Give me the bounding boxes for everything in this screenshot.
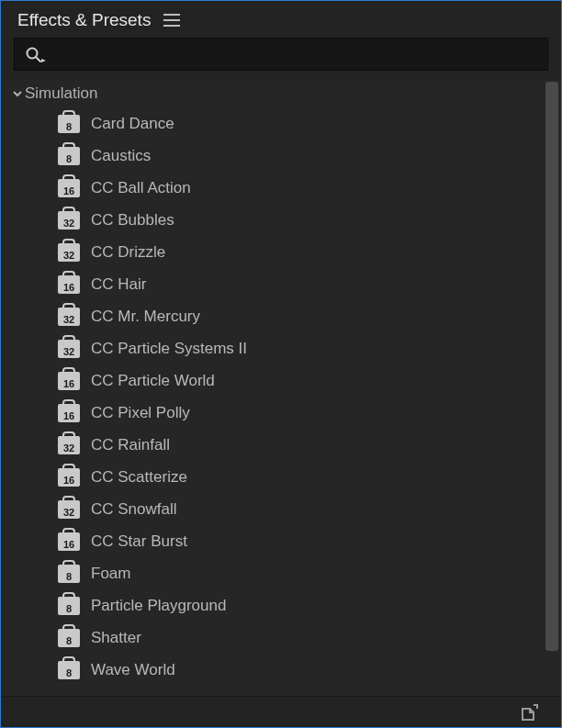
effect-bitdepth-value: 32 (63, 508, 74, 518)
effect-bitdepth-icon: 8 (58, 661, 80, 679)
effect-label: CC Rainfall (91, 436, 170, 454)
effect-bitdepth-value: 32 (63, 218, 74, 229)
effect-bitdepth-value: 32 (63, 347, 74, 357)
effect-bitdepth-icon: 16 (58, 404, 80, 422)
effect-bitdepth-icon: 16 (58, 179, 80, 197)
chevron-down-icon (10, 86, 25, 101)
effect-item[interactable]: 16CC Particle World (1, 364, 561, 397)
effect-label: Caustics (91, 147, 151, 165)
effect-item[interactable]: 16CC Pixel Polly (1, 397, 561, 429)
effect-bitdepth-icon: 16 (58, 275, 80, 294)
effect-bitdepth-value: 8 (66, 668, 72, 678)
effect-bitdepth-value: 8 (66, 122, 72, 132)
effect-bitdepth-value: 16 (63, 379, 74, 389)
effect-item[interactable]: 16CC Hair (1, 268, 561, 300)
effect-bitdepth-icon: 32 (58, 243, 80, 262)
effect-label: CC Scatterize (91, 468, 187, 487)
effects-presets-panel: Effects & Presets (0, 0, 562, 728)
panel-footer (1, 696, 561, 727)
effect-label: CC Drizzle (91, 243, 165, 262)
effect-label: CC Bubbles (91, 211, 174, 230)
effect-item[interactable]: 32CC Bubbles (1, 204, 561, 236)
effect-bitdepth-icon: 8 (58, 115, 80, 133)
effect-bitdepth-value: 16 (63, 476, 74, 486)
category-simulation[interactable]: Simulation (1, 80, 561, 107)
effect-item[interactable]: 8Caustics (1, 140, 561, 172)
effect-item[interactable]: 32CC Rainfall (1, 429, 561, 461)
search-container (1, 38, 561, 80)
category-label: Simulation (25, 84, 97, 103)
effect-bitdepth-value: 16 (63, 540, 74, 550)
effect-item[interactable]: 32CC Mr. Mercury (1, 300, 561, 332)
effect-bitdepth-icon: 32 (58, 500, 80, 519)
effect-label: CC Star Burst (91, 532, 187, 551)
effects-tree: Simulation 8Card Dance8Caustics16CC Ball… (1, 80, 561, 696)
effect-item[interactable]: 8Card Dance (1, 107, 561, 140)
effect-label: CC Pixel Polly (91, 404, 190, 422)
search-icon (24, 45, 46, 63)
effect-bitdepth-value: 8 (66, 572, 72, 582)
panel-menu-icon[interactable] (163, 14, 180, 27)
effect-item[interactable]: 8Shatter (1, 622, 561, 654)
tree-content: Simulation 8Card Dance8Caustics16CC Ball… (1, 80, 561, 696)
effect-bitdepth-value: 8 (66, 604, 72, 614)
scrollbar-vertical[interactable] (543, 80, 559, 696)
effect-label: CC Hair (91, 275, 146, 294)
effect-bitdepth-icon: 8 (58, 565, 80, 583)
effect-bitdepth-icon: 8 (58, 597, 80, 615)
effect-item[interactable]: 8Wave World (1, 654, 561, 686)
effect-bitdepth-icon: 8 (58, 629, 80, 647)
svg-marker-2 (41, 59, 46, 62)
scrollbar-thumb[interactable] (545, 82, 558, 651)
effect-item[interactable]: 8Particle Playground (1, 589, 561, 622)
effect-label: Foam (91, 565, 130, 583)
effect-bitdepth-icon: 32 (58, 340, 80, 358)
panel-title: Effects & Presets (17, 10, 151, 30)
search-input[interactable] (51, 47, 538, 62)
effect-bitdepth-icon: 32 (58, 308, 80, 326)
effect-item[interactable]: 32CC Drizzle (1, 236, 561, 268)
effect-bitdepth-value: 8 (66, 154, 72, 164)
panel-header: Effects & Presets (1, 1, 561, 38)
effect-label: CC Snowfall (91, 500, 177, 519)
effect-bitdepth-icon: 16 (58, 372, 80, 390)
effect-bitdepth-value: 32 (63, 315, 74, 325)
effect-item[interactable]: 16CC Scatterize (1, 461, 561, 493)
effect-bitdepth-value: 16 (63, 186, 74, 196)
effect-bitdepth-icon: 32 (58, 436, 80, 454)
effect-label: Wave World (91, 661, 175, 679)
search-box[interactable] (14, 38, 548, 71)
effect-item[interactable]: 32CC Particle Systems II (1, 332, 561, 364)
effect-bitdepth-value: 16 (63, 411, 74, 421)
effect-bitdepth-value: 32 (63, 251, 74, 261)
effect-item[interactable]: 8Foam (1, 557, 561, 589)
svg-line-1 (36, 57, 40, 62)
effect-bitdepth-icon: 32 (58, 211, 80, 230)
effect-item[interactable]: 32CC Snowfall (1, 493, 561, 525)
effect-item[interactable]: 16CC Star Burst (1, 525, 561, 557)
effect-bitdepth-value: 32 (63, 443, 74, 454)
effect-label: Card Dance (91, 115, 174, 133)
new-bin-icon[interactable] (521, 703, 539, 722)
effect-label: Particle Playground (91, 597, 226, 615)
effect-item[interactable]: 16CC Ball Action (1, 172, 561, 204)
effect-bitdepth-icon: 8 (58, 147, 80, 165)
effect-label: CC Ball Action (91, 179, 191, 197)
effect-bitdepth-value: 8 (66, 636, 72, 646)
effect-label: Shatter (91, 629, 141, 647)
effect-label: CC Particle Systems II (91, 340, 247, 358)
effect-bitdepth-value: 16 (63, 283, 74, 293)
effect-label: CC Particle World (91, 372, 215, 390)
effect-bitdepth-icon: 16 (58, 532, 80, 551)
effect-label: CC Mr. Mercury (91, 308, 200, 326)
effect-bitdepth-icon: 16 (58, 468, 80, 487)
